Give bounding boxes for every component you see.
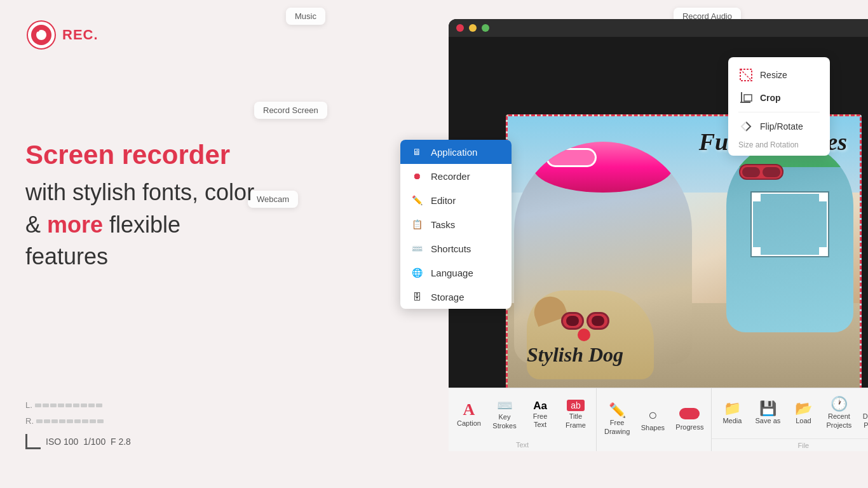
menu-item-language[interactable]: 🌐 Language <box>400 261 512 285</box>
menu-item-recorder-label: Recorder <box>431 171 470 182</box>
caption-label: Caption <box>457 419 481 428</box>
load-icon: 📂 <box>795 402 812 416</box>
shapes-button[interactable]: ○ Shapes <box>635 397 670 443</box>
crop-label: Crop <box>760 93 781 103</box>
free-text-icon: Aa <box>533 400 547 411</box>
svg-point-3 <box>36 28 39 32</box>
recent-projects-label: RecentProjects <box>827 412 852 429</box>
media-button[interactable]: 📁 Media <box>714 391 750 437</box>
resize-label: Resize <box>760 70 787 80</box>
progress-button[interactable]: Progress <box>670 397 709 443</box>
camera-iso: ISO 100 1/100 F 2.8 <box>46 434 131 450</box>
photo-subtitle: Stylish Dog <box>527 343 623 367</box>
titlebar-dot-yellow <box>469 24 477 32</box>
key-strokes-icon: ⌨️ <box>497 399 513 412</box>
dropdown-menu: 🖥 Application ⏺ Recorder ✏️ Editor 📋 Tas… <box>400 140 512 309</box>
title-frame-label: Title Frame <box>563 412 588 429</box>
free-drawing-button[interactable]: ✏️ FreeDrawing <box>599 397 635 443</box>
floating-label-music: Music <box>286 8 325 25</box>
menu-item-tasks-label: Tasks <box>431 219 455 230</box>
menu-item-application[interactable]: 🖥 Application <box>400 140 512 164</box>
menu-item-application-label: Application <box>431 147 477 158</box>
photo-background: Fun Memories Stylish Dog CUTE LOOK <box>508 116 860 417</box>
titlebar <box>449 19 868 37</box>
language-icon: 🌐 <box>410 266 423 279</box>
camera-info: L. R. ISO 100 1/100 F 2.8 <box>25 398 131 450</box>
discard-project-button[interactable]: ✕ DiscardProject <box>857 391 868 437</box>
titlebar-dot-red <box>456 24 464 32</box>
crop-panel-divider <box>738 112 820 112</box>
subtext-line1: with stylish fonts, color <box>25 179 254 205</box>
menu-item-language-label: Language <box>431 268 473 278</box>
recorder-icon: ⏺ <box>410 170 423 182</box>
subtext-flexible: flexible <box>103 212 180 238</box>
editor-icon: ✏️ <box>410 194 423 207</box>
hero-headline: Screen recorder <box>25 140 356 170</box>
crop-corner-br <box>819 247 828 256</box>
free-text-label: Free Text <box>527 412 553 429</box>
crop-panel: Resize Crop Flip/Rotate Size and Rotatio… <box>728 57 830 156</box>
file-section-label: File <box>712 438 868 451</box>
svg-line-5 <box>740 69 752 81</box>
menu-item-editor-label: Editor <box>431 195 456 206</box>
crop-item[interactable]: Crop <box>738 86 820 109</box>
title-frame-button[interactable]: ab Title Frame <box>558 392 593 438</box>
titlebar-dot-green <box>482 24 489 32</box>
load-label: Load <box>796 417 811 425</box>
media-icon: 📁 <box>724 402 741 416</box>
caption-button[interactable]: A Caption <box>451 392 487 438</box>
flip-rotate-item[interactable]: Flip/Rotate <box>738 115 820 138</box>
subtext-line2: & <box>25 212 47 238</box>
recent-projects-button[interactable]: 🕐 RecentProjects <box>821 391 857 437</box>
free-drawing-icon: ✏️ <box>609 403 626 417</box>
crop-corner-tl <box>752 193 761 201</box>
crop-corner-tr <box>819 193 828 201</box>
logo-icon <box>25 19 57 51</box>
key-strokes-button[interactable]: ⌨️ KeyStrokes <box>487 392 522 438</box>
file-toolbar-section: 📁 Media 💾 Save as 📂 Load 🕐 RecentProject… <box>712 388 868 451</box>
recent-projects-icon: 🕐 <box>831 397 848 411</box>
hero-content: Screen recorder with stylish fonts, colo… <box>25 140 356 273</box>
progress-label: Progress <box>675 423 703 431</box>
logo-area: REC. <box>25 19 98 51</box>
save-as-label: Save as <box>756 417 781 425</box>
size-rotation-label: Size and Rotation <box>738 138 820 149</box>
load-button[interactable]: 📂 Load <box>785 391 821 437</box>
photo-area: Fun Memories Stylish Dog CUTE LOOK <box>506 114 862 419</box>
menu-item-shortcuts[interactable]: ⌨️ Shortcuts <box>400 236 512 261</box>
free-text-button[interactable]: Aa Free Text <box>522 392 558 438</box>
menu-item-shortcuts-label: Shortcuts <box>431 243 471 254</box>
file-buttons-row: 📁 Media 💾 Save as 📂 Load 🕐 RecentProject… <box>712 388 868 438</box>
tasks-icon: 📋 <box>410 218 423 231</box>
menu-item-recorder[interactable]: ⏺ Recorder <box>400 164 512 188</box>
storage-icon: 🗄 <box>410 290 423 303</box>
subtext-highlight: more <box>47 212 103 238</box>
menu-item-tasks[interactable]: 📋 Tasks <box>400 212 512 236</box>
menu-item-storage[interactable]: 🗄 Storage <box>400 285 512 309</box>
logo-text: REC. <box>62 27 98 43</box>
menu-item-storage-label: Storage <box>431 292 465 302</box>
resize-item[interactable]: Resize <box>738 64 820 86</box>
shortcuts-icon: ⌨️ <box>410 242 423 255</box>
menu-item-editor[interactable]: ✏️ Editor <box>400 188 512 212</box>
free-drawing-label: FreeDrawing <box>604 419 630 435</box>
crop-icon <box>738 90 754 105</box>
save-as-button[interactable]: 💾 Save as <box>750 391 785 437</box>
floating-label-record-screen: Record Screen <box>254 102 327 119</box>
shapes-label: Shapes <box>641 424 665 432</box>
shapes-icon: ○ <box>648 407 658 423</box>
flip-rotate-icon <box>738 119 754 134</box>
window-toolbar: A Caption ⌨️ KeyStrokes Aa Free Text ab … <box>449 388 868 451</box>
subtext-features: features <box>25 243 108 269</box>
crop-corner-bl <box>752 247 761 256</box>
hero-subtext: with stylish fonts, color & more flexibl… <box>25 177 356 273</box>
text-section-label: Text <box>449 441 596 449</box>
progress-icon <box>679 408 700 419</box>
resize-icon <box>738 67 754 83</box>
text-toolbar-section: A Caption ⌨️ KeyStrokes Aa Free Text ab … <box>449 388 597 451</box>
media-label: Media <box>722 417 742 425</box>
svg-rect-8 <box>744 95 752 101</box>
crop-selection-box[interactable] <box>752 193 828 256</box>
title-frame-icon: ab <box>567 400 585 411</box>
save-as-icon: 💾 <box>759 402 776 416</box>
